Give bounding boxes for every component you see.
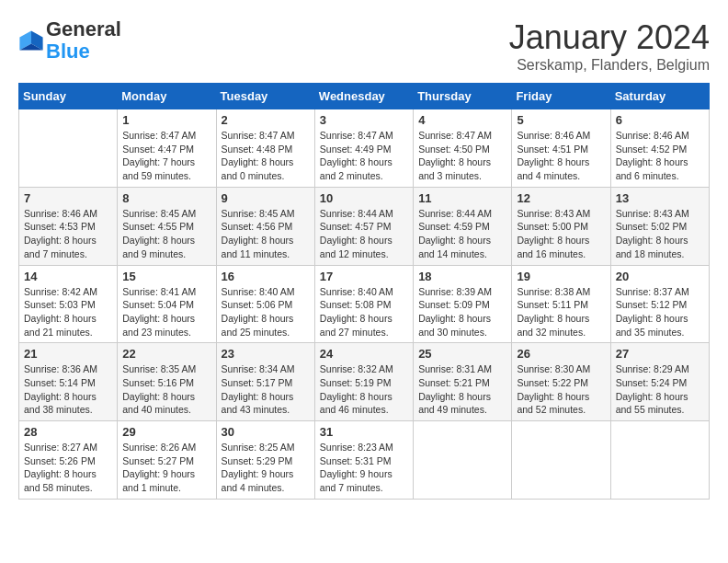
calendar-day-cell: 21Sunrise: 8:36 AM Sunset: 5:14 PM Dayli… — [19, 343, 118, 421]
day-of-week-header: Tuesday — [216, 84, 314, 109]
calendar-day-cell: 23Sunrise: 8:34 AM Sunset: 5:17 PM Dayli… — [216, 343, 314, 421]
month-title: January 2024 — [509, 18, 710, 57]
day-info: Sunrise: 8:23 AM Sunset: 5:31 PM Dayligh… — [320, 441, 408, 495]
day-number: 26 — [517, 347, 605, 361]
calendar-day-cell: 30Sunrise: 8:25 AM Sunset: 5:29 PM Dayli… — [216, 421, 314, 500]
day-number: 21 — [24, 347, 112, 361]
day-number: 5 — [517, 113, 605, 127]
day-number: 6 — [616, 113, 704, 127]
day-info: Sunrise: 8:46 AM Sunset: 4:52 PM Dayligh… — [616, 129, 704, 183]
calendar-week-row: 28Sunrise: 8:27 AM Sunset: 5:26 PM Dayli… — [19, 421, 710, 500]
day-number: 27 — [616, 347, 704, 361]
day-info: Sunrise: 8:40 AM Sunset: 5:06 PM Dayligh… — [222, 285, 310, 339]
day-info: Sunrise: 8:47 AM Sunset: 4:48 PM Dayligh… — [222, 129, 310, 183]
calendar-day-cell: 17Sunrise: 8:40 AM Sunset: 5:08 PM Dayli… — [314, 265, 413, 343]
calendar-day-cell: 20Sunrise: 8:37 AM Sunset: 5:12 PM Dayli… — [610, 265, 709, 343]
calendar-day-cell — [610, 421, 709, 500]
calendar-day-cell: 26Sunrise: 8:30 AM Sunset: 5:22 PM Dayli… — [512, 343, 610, 421]
day-info: Sunrise: 8:26 AM Sunset: 5:27 PM Dayligh… — [122, 441, 210, 495]
day-of-week-header: Friday — [512, 84, 610, 109]
day-number: 17 — [320, 270, 408, 283]
day-number: 29 — [122, 425, 210, 439]
calendar-day-cell: 5Sunrise: 8:46 AM Sunset: 4:51 PM Daylig… — [512, 109, 610, 188]
calendar-day-cell — [414, 421, 512, 500]
day-number: 1 — [122, 113, 210, 127]
day-number: 7 — [24, 191, 112, 205]
day-of-week-header: Thursday — [414, 84, 512, 109]
location-title: Serskamp, Flanders, Belgium — [509, 57, 710, 74]
day-number: 31 — [320, 425, 408, 439]
day-info: Sunrise: 8:25 AM Sunset: 5:29 PM Dayligh… — [222, 441, 310, 495]
calendar-week-row: 7Sunrise: 8:46 AM Sunset: 4:53 PM Daylig… — [19, 187, 710, 265]
day-info: Sunrise: 8:41 AM Sunset: 5:04 PM Dayligh… — [122, 285, 210, 339]
calendar-day-cell: 8Sunrise: 8:45 AM Sunset: 4:55 PM Daylig… — [118, 187, 216, 265]
day-number: 19 — [517, 270, 605, 283]
calendar-day-cell: 13Sunrise: 8:43 AM Sunset: 5:02 PM Dayli… — [610, 187, 709, 265]
calendar-week-row: 14Sunrise: 8:42 AM Sunset: 5:03 PM Dayli… — [19, 265, 710, 343]
calendar-day-cell: 19Sunrise: 8:38 AM Sunset: 5:11 PM Dayli… — [512, 265, 610, 343]
logo-text: General Blue — [46, 18, 121, 63]
calendar-week-row: 1Sunrise: 8:47 AM Sunset: 4:47 PM Daylig… — [19, 109, 710, 188]
calendar-day-cell: 22Sunrise: 8:35 AM Sunset: 5:16 PM Dayli… — [118, 343, 216, 421]
calendar-day-cell: 25Sunrise: 8:31 AM Sunset: 5:21 PM Dayli… — [414, 343, 512, 421]
day-number: 2 — [222, 113, 310, 127]
day-number: 3 — [320, 113, 408, 127]
day-number: 14 — [24, 270, 112, 283]
day-info: Sunrise: 8:47 AM Sunset: 4:47 PM Dayligh… — [122, 129, 210, 183]
calendar-day-cell: 3Sunrise: 8:47 AM Sunset: 4:49 PM Daylig… — [314, 109, 413, 188]
logo: General Blue — [18, 18, 121, 63]
day-number: 24 — [320, 347, 408, 361]
day-info: Sunrise: 8:43 AM Sunset: 5:02 PM Dayligh… — [616, 207, 704, 261]
calendar-day-cell — [19, 109, 118, 188]
calendar-day-cell: 16Sunrise: 8:40 AM Sunset: 5:06 PM Dayli… — [216, 265, 314, 343]
day-number: 9 — [222, 191, 310, 205]
day-number: 20 — [616, 270, 704, 283]
day-info: Sunrise: 8:46 AM Sunset: 4:51 PM Dayligh… — [517, 129, 605, 183]
calendar-header-row: SundayMondayTuesdayWednesdayThursdayFrid… — [19, 84, 710, 109]
day-number: 13 — [616, 191, 704, 205]
day-info: Sunrise: 8:30 AM Sunset: 5:22 PM Dayligh… — [517, 362, 605, 417]
day-info: Sunrise: 8:29 AM Sunset: 5:24 PM Dayligh… — [616, 362, 704, 417]
day-of-week-header: Saturday — [610, 84, 709, 109]
day-number: 16 — [222, 270, 310, 283]
day-info: Sunrise: 8:43 AM Sunset: 5:00 PM Dayligh… — [517, 207, 605, 261]
calendar-day-cell: 18Sunrise: 8:39 AM Sunset: 5:09 PM Dayli… — [414, 265, 512, 343]
calendar-day-cell: 12Sunrise: 8:43 AM Sunset: 5:00 PM Dayli… — [512, 187, 610, 265]
day-of-week-header: Sunday — [19, 84, 118, 109]
day-info: Sunrise: 8:35 AM Sunset: 5:16 PM Dayligh… — [122, 362, 210, 417]
day-info: Sunrise: 8:44 AM Sunset: 4:59 PM Dayligh… — [418, 207, 506, 261]
day-info: Sunrise: 8:47 AM Sunset: 4:50 PM Dayligh… — [418, 129, 506, 183]
day-number: 18 — [418, 270, 506, 283]
day-info: Sunrise: 8:34 AM Sunset: 5:17 PM Dayligh… — [222, 362, 310, 417]
calendar-day-cell: 4Sunrise: 8:47 AM Sunset: 4:50 PM Daylig… — [414, 109, 512, 188]
calendar-day-cell — [512, 421, 610, 500]
day-of-week-header: Monday — [118, 84, 216, 109]
day-info: Sunrise: 8:45 AM Sunset: 4:55 PM Dayligh… — [122, 207, 210, 261]
logo-icon — [18, 28, 44, 53]
day-number: 4 — [418, 113, 506, 127]
calendar-day-cell: 31Sunrise: 8:23 AM Sunset: 5:31 PM Dayli… — [314, 421, 413, 500]
calendar-day-cell: 1Sunrise: 8:47 AM Sunset: 4:47 PM Daylig… — [118, 109, 216, 188]
day-info: Sunrise: 8:36 AM Sunset: 5:14 PM Dayligh… — [24, 362, 112, 417]
calendar-week-row: 21Sunrise: 8:36 AM Sunset: 5:14 PM Dayli… — [19, 343, 710, 421]
day-number: 30 — [222, 425, 310, 439]
day-number: 28 — [24, 425, 112, 439]
calendar-day-cell: 2Sunrise: 8:47 AM Sunset: 4:48 PM Daylig… — [216, 109, 314, 188]
calendar-day-cell: 24Sunrise: 8:32 AM Sunset: 5:19 PM Dayli… — [314, 343, 413, 421]
day-number: 23 — [222, 347, 310, 361]
calendar-day-cell: 11Sunrise: 8:44 AM Sunset: 4:59 PM Dayli… — [414, 187, 512, 265]
day-info: Sunrise: 8:37 AM Sunset: 5:12 PM Dayligh… — [616, 285, 704, 339]
calendar-day-cell: 29Sunrise: 8:26 AM Sunset: 5:27 PM Dayli… — [118, 421, 216, 500]
day-info: Sunrise: 8:44 AM Sunset: 4:57 PM Dayligh… — [320, 207, 408, 261]
calendar-day-cell: 27Sunrise: 8:29 AM Sunset: 5:24 PM Dayli… — [610, 343, 709, 421]
day-info: Sunrise: 8:32 AM Sunset: 5:19 PM Dayligh… — [320, 362, 408, 417]
day-info: Sunrise: 8:40 AM Sunset: 5:08 PM Dayligh… — [320, 285, 408, 339]
day-number: 11 — [418, 191, 506, 205]
day-of-week-header: Wednesday — [314, 84, 413, 109]
day-number: 25 — [418, 347, 506, 361]
day-info: Sunrise: 8:46 AM Sunset: 4:53 PM Dayligh… — [24, 207, 112, 261]
day-info: Sunrise: 8:27 AM Sunset: 5:26 PM Dayligh… — [24, 441, 112, 495]
title-block: January 2024 Serskamp, Flanders, Belgium — [509, 18, 710, 74]
day-info: Sunrise: 8:39 AM Sunset: 5:09 PM Dayligh… — [418, 285, 506, 339]
calendar-table: SundayMondayTuesdayWednesdayThursdayFrid… — [18, 83, 710, 500]
